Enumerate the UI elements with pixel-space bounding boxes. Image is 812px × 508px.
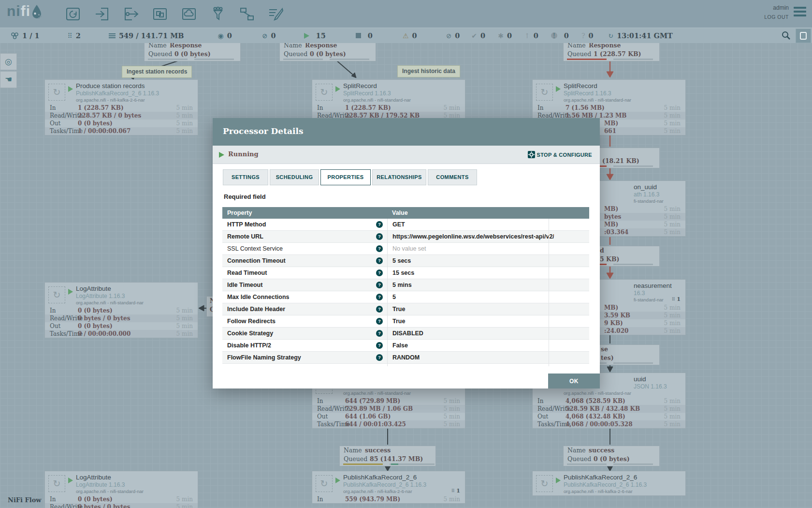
tab-properties[interactable]: PROPERTIES [320,169,371,185]
processor-logattribute-2[interactable]: ↻ LogAttribute LogAttribute 1.16.3 org.a… [44,471,198,508]
backpressure-bars [564,463,659,465]
backpressure-bars [145,59,240,60]
stat-row: In1 (228.57 KB)5 min [312,104,465,112]
status-sync-failure: ?0 [581,31,594,40]
help-icon[interactable]: ? [376,294,383,300]
processor-state-bar: Running STOP & CONFIGURE [213,146,600,164]
input-port-tool-icon [94,7,110,21]
processor-logattribute[interactable]: ↻ LogAttribute LogAttribute 1.16.3 org.a… [44,282,198,338]
threads-icon: ⠿ [68,32,72,40]
cluster-icon [11,32,19,39]
tab-settings[interactable]: SETTINGS [223,169,268,185]
status-modified-stale: !0 [551,31,569,40]
processor-publishkafka-2[interactable]: ↻ PublishKafkaRecord_2_6 PublishKafkaRec… [532,471,686,496]
connection-label[interactable]: NameResponse Queued0 (0 bytes) [144,41,241,61]
properties-table: Property Value HTTP Method?GET Remote UR… [222,207,589,366]
tab-scheduling[interactable]: SCHEDULING [270,169,319,185]
help-icon[interactable]: ? [376,354,383,361]
connection-label[interactable]: Namesuccess Queued85 (141.37 MB) [339,446,436,466]
question-icon: ? [581,32,585,40]
flow-status-bar: 1 / 1 ⠿2 549 / 141.71 MB ◉0 ⊘0 15 0 ⚠0 ⊘… [0,28,812,43]
drag-output-port-tool[interactable] [121,5,141,23]
logout-link[interactable]: LOG OUT [764,14,789,20]
search-button[interactable] [781,30,791,42]
nifi-drop-icon [31,4,42,19]
drag-input-port-tool[interactable] [92,5,112,23]
check-icon: ✔ [471,32,477,40]
connection-label[interactable]: NameResponse Queued1 (228.57 KB) [563,41,660,61]
tab-relationships[interactable]: RELATIONSHIPS [372,169,426,185]
connection-label[interactable]: NameResponse Queued0 (0 bytes) [279,41,376,61]
help-icon[interactable]: ? [376,282,383,288]
transmitting-icon: ◉ [218,32,223,40]
tab-comments[interactable]: COMMENTS [428,169,477,185]
properties-table-header: Property Value [222,207,589,219]
running-icon [335,86,340,92]
drag-funnel-tool[interactable] [208,5,228,23]
processor-details-dialog: Processor Details Running STOP & CONFIGU… [213,118,600,388]
help-icon[interactable]: ? [376,330,383,337]
drag-remote-process-group-tool[interactable] [179,5,199,23]
status-invalid: ⚠0 [403,31,417,40]
stat-row: Read/Write0 bytes / 0 bytes5 min [45,314,198,322]
processor-tool-icon [65,7,81,21]
processor-icon: ↻ [316,475,333,492]
ok-button[interactable]: OK [548,374,600,388]
status-up-to-date: ✔0 [471,31,485,40]
funnel-tool-icon [210,7,226,21]
label-ingest-station-records[interactable]: Ingest station records [122,66,192,78]
stat-row: Read/Write729.89 MB / 1.06 GB5 min [312,405,465,413]
running-icon [219,152,224,158]
stat-row: Out4,068 (432.48 KB)5 min [533,413,685,420]
stop-and-configure-button[interactable]: STOP & CONFIGURE [528,151,592,158]
processor-publishkafka[interactable]: ↻ PublishKafkaRecord_2_6 PublishKafkaRec… [312,471,465,504]
help-icon[interactable]: ? [376,233,383,240]
run-state-label: Running [228,150,259,158]
operate-palette-toggle[interactable]: ☚ [0,71,17,88]
breadcrumb[interactable]: NiFi Flow [8,496,42,504]
stat-row: Read/Write0 bytes / 0 bytes5 min [45,503,198,508]
status-running: 15 [304,31,326,40]
stat-row: Tasks/Time4,068 / 00:00:05.3285 min [533,420,685,428]
drag-processor-tool[interactable] [63,5,83,23]
global-menu-button[interactable] [794,7,806,18]
processor-icon: ↻ [316,84,333,101]
disabled-icon: ⊘ [446,32,452,40]
status-locally-modified: ✱0 [498,31,512,40]
stat-row: In644 (729.89 MB)5 min [312,397,465,405]
status-not-transmitting: ⊘0 [262,31,276,40]
current-user: admin [764,4,789,11]
running-icon [68,478,73,483]
navigate-palette-toggle[interactable]: ◎ [0,53,17,70]
help-icon[interactable]: ? [376,257,383,264]
drag-process-group-tool[interactable] [150,5,170,23]
label-ingest-historic-data[interactable]: Ingest historic data [397,65,460,77]
help-icon[interactable]: ? [376,269,383,276]
property-row: Include Date Header?True [222,303,589,315]
property-row: SSL Context Service?No value set [222,243,589,255]
running-icon [68,86,73,92]
status-refresh: ↻13:01:41 GMT [608,31,673,40]
processor-produce-station-records[interactable]: ↻ Produce station records PublishKafkaRe… [44,79,198,135]
settings-panel-button[interactable] [796,29,811,43]
dialog-header: Processor Details [213,118,600,146]
help-icon[interactable]: ? [376,245,383,252]
help-icon[interactable]: ? [376,342,383,349]
dialog-title: Processor Details [223,126,304,136]
drag-template-tool[interactable] [237,5,257,23]
stat-row: In0 (0 bytes)5 min [45,307,198,314]
status-stale: ↑0 [524,31,538,40]
help-icon[interactable]: ? [376,306,383,313]
help-icon[interactable]: ? [376,221,383,228]
drag-label-tool[interactable] [266,5,286,23]
stat-row: Out644 (1.06 GB)5 min [312,413,465,420]
running-icon [68,289,73,295]
property-row: Disable HTTP/2?False [222,340,589,352]
running-icon [335,478,340,483]
help-icon[interactable]: ? [376,318,383,325]
processor-icon: ↻ [536,84,553,101]
stat-row: In4,068 (528.59 KB)5 min [533,397,685,405]
connection-label[interactable]: Namesuccess Queued0 (0 bytes) [563,446,660,466]
panel-icon [800,32,807,40]
compass-icon: ◎ [5,57,12,67]
